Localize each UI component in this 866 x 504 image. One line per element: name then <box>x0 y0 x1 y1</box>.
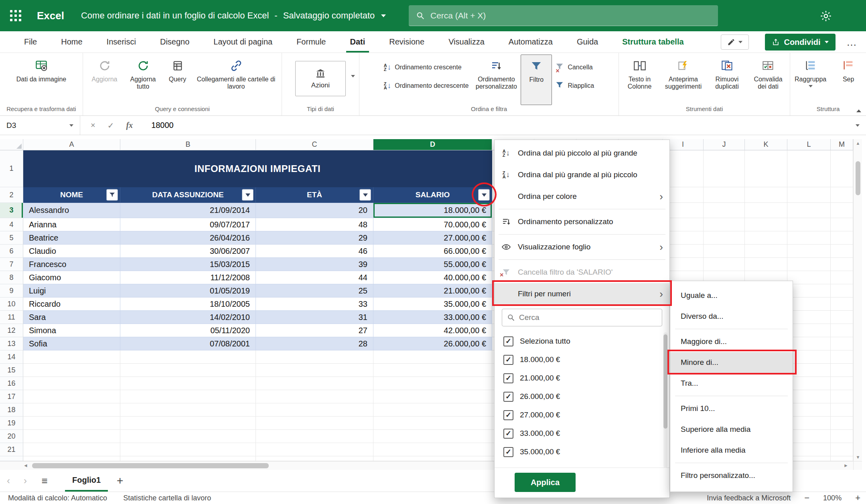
column-header-A[interactable]: A <box>23 139 120 150</box>
cell-empty[interactable] <box>831 337 853 350</box>
tab-automatizza[interactable]: Automatizza <box>497 31 565 53</box>
filter-option-35-000-00[interactable]: ✓35.000,00 € <box>495 443 669 461</box>
column-header-B[interactable]: B <box>120 139 256 150</box>
submenu-item-inferiore-alla-media[interactable]: Inferiore alla media <box>670 440 793 461</box>
vertical-scroll-thumb[interactable] <box>856 161 860 195</box>
cell-empty[interactable] <box>831 258 853 271</box>
vertical-scrollbar[interactable]: ▲ ▼ <box>853 139 862 461</box>
cell-C4[interactable]: 48 <box>256 218 373 231</box>
column-header-C[interactable]: C <box>256 139 373 150</box>
menu-item-sheet-view[interactable]: Visualizzazione foglio › <box>495 236 669 258</box>
search-box[interactable] <box>409 5 718 26</box>
insert-function-button[interactable]: fx <box>126 121 133 130</box>
confirm-entry-icon[interactable]: ✓ <box>107 121 114 130</box>
cell-empty[interactable] <box>704 258 745 271</box>
submenu-item-maggiore-di[interactable]: Maggiore di... <box>670 331 793 352</box>
tab-file[interactable]: File <box>12 31 49 53</box>
cell-B8[interactable]: 11/12/2008 <box>120 271 256 284</box>
cell-A8[interactable]: Giacomo <box>23 271 120 284</box>
row-header-1[interactable]: 1 <box>0 150 23 187</box>
column-header-L[interactable]: L <box>787 139 831 150</box>
collapse-ribbon-icon[interactable] <box>856 109 861 112</box>
cell-A13[interactable]: Sofia <box>23 337 120 350</box>
expand-formula-bar-icon[interactable] <box>856 124 860 127</box>
tab-formule[interactable]: Formule <box>284 31 338 53</box>
app-name[interactable]: Excel <box>37 10 64 22</box>
cell-empty[interactable] <box>787 218 831 231</box>
send-feedback-link[interactable]: Invia feedback a Microsoft <box>707 494 791 502</box>
cell-empty[interactable] <box>831 245 853 258</box>
row-header-9[interactable]: 9 <box>0 284 23 298</box>
cell-empty[interactable] <box>120 443 256 456</box>
cell-empty[interactable] <box>831 150 853 187</box>
name-box[interactable]: D3 <box>0 116 80 135</box>
cell-empty[interactable] <box>23 350 120 364</box>
cell-C5[interactable]: 29 <box>256 231 373 245</box>
cell-empty[interactable] <box>23 430 120 443</box>
row-header-21[interactable]: 21 <box>0 443 23 456</box>
filter-menu-scroll-thumb[interactable] <box>663 334 667 429</box>
row-header-16[interactable]: 16 <box>0 377 23 390</box>
cell-empty[interactable] <box>831 203 853 218</box>
previous-sheet-icon[interactable]: ‹ <box>0 475 17 486</box>
scroll-down-icon[interactable]: ▼ <box>854 455 862 459</box>
submenu-item-minore-di[interactable]: Minore di... <box>670 352 793 373</box>
cell-C3[interactable]: 20 <box>256 203 373 218</box>
cell-D13[interactable]: 26.000,00 € <box>373 337 492 350</box>
cell-empty[interactable] <box>787 390 831 403</box>
cell-empty[interactable] <box>256 403 373 417</box>
add-sheet-button[interactable]: + <box>117 474 123 487</box>
cell-empty[interactable] <box>831 350 853 364</box>
tab-layout-di-pagina[interactable]: Layout di pagina <box>201 31 284 53</box>
cell-empty[interactable] <box>831 271 853 284</box>
column-header-J[interactable]: J <box>704 139 745 150</box>
cell-A12[interactable]: Simona <box>23 324 120 337</box>
workbook-links-button[interactable]: Collegamenti alle cartelle di lavoro <box>193 55 280 105</box>
cell-empty[interactable] <box>120 364 256 377</box>
cell-empty[interactable] <box>787 231 831 245</box>
submenu-item-filtro-personalizzato[interactable]: Filtro personalizzato... <box>670 465 793 486</box>
cell-A5[interactable]: Beatrice <box>23 231 120 245</box>
cell-B3[interactable]: 21/09/2014 <box>120 203 256 218</box>
tab-guida[interactable]: Guida <box>565 31 610 53</box>
refresh-all-button[interactable]: Aggiorna tutto <box>124 55 162 105</box>
query-button[interactable]: Query <box>162 55 193 105</box>
cell-empty[interactable] <box>23 403 120 417</box>
cell-empty[interactable] <box>120 430 256 443</box>
cell-empty[interactable] <box>787 150 831 187</box>
submenu-item-tra[interactable]: Tra... <box>670 373 793 394</box>
sheet-tab-foglio1[interactable]: Foglio1 <box>65 470 108 492</box>
scroll-left-icon[interactable]: ◄ <box>23 463 28 468</box>
cell-empty[interactable] <box>831 430 853 443</box>
cell-A10[interactable]: Riccardo <box>23 298 120 311</box>
cell-C13[interactable]: 28 <box>256 337 373 350</box>
cell-D3[interactable]: 18.000,00 € <box>373 203 492 218</box>
cell-empty[interactable] <box>831 311 853 324</box>
cell-empty[interactable] <box>787 443 831 456</box>
remove-duplicates-button[interactable]: Rimuovi duplicati <box>707 55 747 105</box>
cell-A4[interactable]: Arianna <box>23 218 120 231</box>
column-header-M[interactable]: M <box>831 139 853 150</box>
filter-option-27-000-00[interactable]: ✓27.000,00 € <box>495 406 669 424</box>
cell-empty[interactable] <box>787 364 831 377</box>
filter-toggle-button[interactable]: Filtro <box>521 55 552 105</box>
cell-B10[interactable]: 18/10/2005 <box>120 298 256 311</box>
group-button[interactable]: Raggruppa <box>790 55 831 105</box>
cell-B13[interactable]: 07/08/2001 <box>120 337 256 350</box>
cell-empty[interactable] <box>23 390 120 403</box>
share-button[interactable]: Condividi <box>765 34 836 51</box>
sort-ascending-button[interactable]: AZ↓ Ordinamento crescente <box>381 60 472 75</box>
filter-dropdown-button-età[interactable] <box>359 189 371 201</box>
cell-empty[interactable] <box>373 377 492 390</box>
submenu-item-superiore-alla-media[interactable]: Superiore alla media <box>670 419 793 440</box>
cell-B12[interactable]: 05/11/2020 <box>120 324 256 337</box>
row-header-13[interactable]: 13 <box>0 337 23 350</box>
row-header-3[interactable]: 3 <box>0 203 23 218</box>
cell-empty[interactable] <box>831 324 853 337</box>
cell-empty[interactable] <box>787 298 831 311</box>
cell-empty[interactable] <box>831 298 853 311</box>
cell-empty[interactable] <box>373 417 492 430</box>
cell-empty[interactable] <box>745 150 787 187</box>
filter-search-box[interactable] <box>502 309 662 326</box>
cell-D12[interactable]: 42.000,00 € <box>373 324 492 337</box>
